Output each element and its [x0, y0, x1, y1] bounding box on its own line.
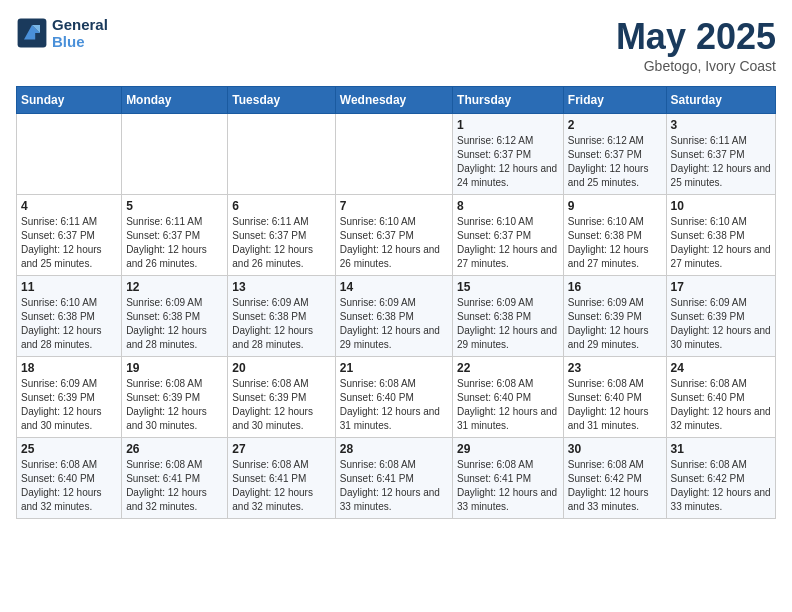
day-info: Sunrise: 6:11 AM Sunset: 6:37 PM Dayligh… [671, 134, 771, 190]
day-info: Sunrise: 6:08 AM Sunset: 6:40 PM Dayligh… [340, 377, 448, 433]
day-cell: 5Sunrise: 6:11 AM Sunset: 6:37 PM Daylig… [122, 195, 228, 276]
week-row-1: 1Sunrise: 6:12 AM Sunset: 6:37 PM Daylig… [17, 114, 776, 195]
day-number: 8 [457, 199, 559, 213]
day-info: Sunrise: 6:08 AM Sunset: 6:41 PM Dayligh… [232, 458, 330, 514]
week-row-5: 25Sunrise: 6:08 AM Sunset: 6:40 PM Dayli… [17, 438, 776, 519]
header-saturday: Saturday [666, 87, 775, 114]
day-cell: 18Sunrise: 6:09 AM Sunset: 6:39 PM Dayli… [17, 357, 122, 438]
day-info: Sunrise: 6:09 AM Sunset: 6:38 PM Dayligh… [340, 296, 448, 352]
day-info: Sunrise: 6:11 AM Sunset: 6:37 PM Dayligh… [232, 215, 330, 271]
header-friday: Friday [563, 87, 666, 114]
day-cell [228, 114, 335, 195]
day-cell: 3Sunrise: 6:11 AM Sunset: 6:37 PM Daylig… [666, 114, 775, 195]
day-number: 27 [232, 442, 330, 456]
day-info: Sunrise: 6:10 AM Sunset: 6:37 PM Dayligh… [340, 215, 448, 271]
day-number: 12 [126, 280, 223, 294]
day-info: Sunrise: 6:09 AM Sunset: 6:39 PM Dayligh… [21, 377, 117, 433]
day-cell: 21Sunrise: 6:08 AM Sunset: 6:40 PM Dayli… [335, 357, 452, 438]
day-info: Sunrise: 6:08 AM Sunset: 6:40 PM Dayligh… [457, 377, 559, 433]
day-cell: 25Sunrise: 6:08 AM Sunset: 6:40 PM Dayli… [17, 438, 122, 519]
logo: General Blue [16, 16, 108, 50]
day-cell: 19Sunrise: 6:08 AM Sunset: 6:39 PM Dayli… [122, 357, 228, 438]
day-cell: 15Sunrise: 6:09 AM Sunset: 6:38 PM Dayli… [453, 276, 564, 357]
day-cell: 13Sunrise: 6:09 AM Sunset: 6:38 PM Dayli… [228, 276, 335, 357]
day-cell: 1Sunrise: 6:12 AM Sunset: 6:37 PM Daylig… [453, 114, 564, 195]
header-monday: Monday [122, 87, 228, 114]
day-info: Sunrise: 6:08 AM Sunset: 6:42 PM Dayligh… [568, 458, 662, 514]
day-number: 22 [457, 361, 559, 375]
header-sunday: Sunday [17, 87, 122, 114]
day-number: 21 [340, 361, 448, 375]
day-info: Sunrise: 6:08 AM Sunset: 6:40 PM Dayligh… [568, 377, 662, 433]
day-cell: 17Sunrise: 6:09 AM Sunset: 6:39 PM Dayli… [666, 276, 775, 357]
day-info: Sunrise: 6:09 AM Sunset: 6:38 PM Dayligh… [232, 296, 330, 352]
day-number: 13 [232, 280, 330, 294]
day-info: Sunrise: 6:10 AM Sunset: 6:37 PM Dayligh… [457, 215, 559, 271]
day-cell [335, 114, 452, 195]
logo-text: General Blue [52, 16, 108, 50]
day-info: Sunrise: 6:11 AM Sunset: 6:37 PM Dayligh… [21, 215, 117, 271]
day-cell: 27Sunrise: 6:08 AM Sunset: 6:41 PM Dayli… [228, 438, 335, 519]
day-cell: 31Sunrise: 6:08 AM Sunset: 6:42 PM Dayli… [666, 438, 775, 519]
day-number: 29 [457, 442, 559, 456]
day-cell: 16Sunrise: 6:09 AM Sunset: 6:39 PM Dayli… [563, 276, 666, 357]
day-info: Sunrise: 6:09 AM Sunset: 6:38 PM Dayligh… [457, 296, 559, 352]
day-info: Sunrise: 6:08 AM Sunset: 6:42 PM Dayligh… [671, 458, 771, 514]
day-cell: 2Sunrise: 6:12 AM Sunset: 6:37 PM Daylig… [563, 114, 666, 195]
day-number: 23 [568, 361, 662, 375]
day-cell [17, 114, 122, 195]
day-info: Sunrise: 6:12 AM Sunset: 6:37 PM Dayligh… [568, 134, 662, 190]
day-info: Sunrise: 6:09 AM Sunset: 6:39 PM Dayligh… [671, 296, 771, 352]
day-info: Sunrise: 6:08 AM Sunset: 6:39 PM Dayligh… [126, 377, 223, 433]
day-number: 6 [232, 199, 330, 213]
calendar-body: 1Sunrise: 6:12 AM Sunset: 6:37 PM Daylig… [17, 114, 776, 519]
day-number: 4 [21, 199, 117, 213]
day-cell: 8Sunrise: 6:10 AM Sunset: 6:37 PM Daylig… [453, 195, 564, 276]
day-cell: 24Sunrise: 6:08 AM Sunset: 6:40 PM Dayli… [666, 357, 775, 438]
day-info: Sunrise: 6:10 AM Sunset: 6:38 PM Dayligh… [671, 215, 771, 271]
day-number: 16 [568, 280, 662, 294]
day-info: Sunrise: 6:08 AM Sunset: 6:40 PM Dayligh… [21, 458, 117, 514]
day-number: 7 [340, 199, 448, 213]
week-row-3: 11Sunrise: 6:10 AM Sunset: 6:38 PM Dayli… [17, 276, 776, 357]
day-cell: 6Sunrise: 6:11 AM Sunset: 6:37 PM Daylig… [228, 195, 335, 276]
day-cell: 11Sunrise: 6:10 AM Sunset: 6:38 PM Dayli… [17, 276, 122, 357]
day-number: 19 [126, 361, 223, 375]
day-info: Sunrise: 6:12 AM Sunset: 6:37 PM Dayligh… [457, 134, 559, 190]
day-number: 20 [232, 361, 330, 375]
day-number: 10 [671, 199, 771, 213]
week-row-2: 4Sunrise: 6:11 AM Sunset: 6:37 PM Daylig… [17, 195, 776, 276]
day-cell: 7Sunrise: 6:10 AM Sunset: 6:37 PM Daylig… [335, 195, 452, 276]
day-cell: 29Sunrise: 6:08 AM Sunset: 6:41 PM Dayli… [453, 438, 564, 519]
day-info: Sunrise: 6:09 AM Sunset: 6:38 PM Dayligh… [126, 296, 223, 352]
day-cell: 22Sunrise: 6:08 AM Sunset: 6:40 PM Dayli… [453, 357, 564, 438]
header-wednesday: Wednesday [335, 87, 452, 114]
day-cell: 28Sunrise: 6:08 AM Sunset: 6:41 PM Dayli… [335, 438, 452, 519]
day-number: 14 [340, 280, 448, 294]
logo-icon [16, 17, 48, 49]
day-info: Sunrise: 6:08 AM Sunset: 6:41 PM Dayligh… [457, 458, 559, 514]
calendar-table: SundayMondayTuesdayWednesdayThursdayFrid… [16, 86, 776, 519]
day-info: Sunrise: 6:08 AM Sunset: 6:41 PM Dayligh… [340, 458, 448, 514]
day-info: Sunrise: 6:11 AM Sunset: 6:37 PM Dayligh… [126, 215, 223, 271]
day-cell: 23Sunrise: 6:08 AM Sunset: 6:40 PM Dayli… [563, 357, 666, 438]
day-cell: 12Sunrise: 6:09 AM Sunset: 6:38 PM Dayli… [122, 276, 228, 357]
day-cell: 9Sunrise: 6:10 AM Sunset: 6:38 PM Daylig… [563, 195, 666, 276]
header-tuesday: Tuesday [228, 87, 335, 114]
day-number: 24 [671, 361, 771, 375]
day-cell [122, 114, 228, 195]
day-number: 15 [457, 280, 559, 294]
day-cell: 4Sunrise: 6:11 AM Sunset: 6:37 PM Daylig… [17, 195, 122, 276]
day-info: Sunrise: 6:10 AM Sunset: 6:38 PM Dayligh… [568, 215, 662, 271]
subtitle: Gbetogo, Ivory Coast [616, 58, 776, 74]
day-cell: 30Sunrise: 6:08 AM Sunset: 6:42 PM Dayli… [563, 438, 666, 519]
day-cell: 14Sunrise: 6:09 AM Sunset: 6:38 PM Dayli… [335, 276, 452, 357]
header-thursday: Thursday [453, 87, 564, 114]
day-number: 5 [126, 199, 223, 213]
day-info: Sunrise: 6:09 AM Sunset: 6:39 PM Dayligh… [568, 296, 662, 352]
day-cell: 26Sunrise: 6:08 AM Sunset: 6:41 PM Dayli… [122, 438, 228, 519]
day-number: 26 [126, 442, 223, 456]
day-number: 28 [340, 442, 448, 456]
title-block: May 2025 Gbetogo, Ivory Coast [616, 16, 776, 74]
day-number: 17 [671, 280, 771, 294]
